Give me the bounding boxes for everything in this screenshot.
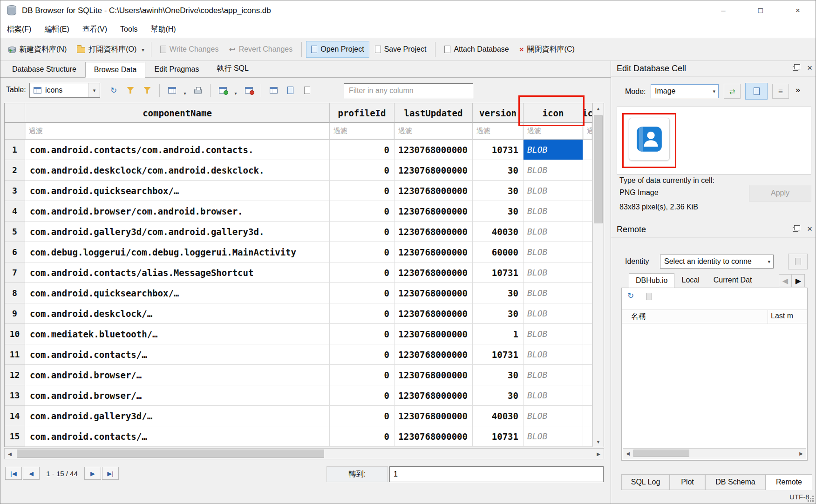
close-dock-icon[interactable]: ×	[807, 224, 812, 234]
column-header-partial[interactable]: ic	[583, 103, 592, 123]
cell-version[interactable]: 30	[473, 303, 524, 324]
resize-grip[interactable]	[808, 496, 814, 502]
cell-lastUpdated[interactable]: 1230768000000	[394, 242, 473, 262]
row-number[interactable]: 12	[5, 365, 25, 385]
remote-upload-icon[interactable]	[646, 293, 652, 300]
cell-version[interactable]: 30	[473, 181, 524, 201]
cell-icon-blob[interactable]: BLOB	[524, 385, 583, 406]
cell-componentName[interactable]: com.mediatek.bluetooth/…	[25, 324, 330, 344]
filter-profileId-input[interactable]: 過濾	[330, 123, 394, 140]
cell-version[interactable]: 30	[473, 365, 524, 385]
row-number[interactable]: 6	[5, 242, 25, 262]
cell-icon-blob[interactable]: BLOB	[524, 201, 583, 222]
column-header-version[interactable]: version	[473, 103, 524, 123]
column-divider[interactable]	[768, 310, 768, 324]
horizontal-scrollbar[interactable]: ◀ ▶	[4, 448, 604, 459]
save-table-button[interactable]	[165, 83, 179, 97]
cell-lastUpdated[interactable]: 1230768000000	[394, 160, 473, 181]
bottom-tab-remote[interactable]: Remote	[766, 474, 812, 490]
cell-icon-blob[interactable]: BLOB	[524, 365, 583, 385]
cell-componentName[interactable]: com.android.contacts/…	[25, 344, 330, 365]
cell-profileId[interactable]: 0	[330, 242, 394, 262]
cell-profileId[interactable]: 0	[330, 201, 394, 222]
cell-icon-blob[interactable]: BLOB	[524, 344, 583, 365]
open-database-dropdown-caret-icon[interactable]: ▾	[142, 42, 147, 57]
filter-componentName-input[interactable]: 過濾	[25, 123, 330, 140]
cell-version[interactable]: 30	[473, 283, 524, 303]
cell-lastUpdated[interactable]: 1230768000000	[394, 303, 473, 324]
mode-select[interactable]: Image ▾	[651, 84, 719, 98]
text-view-button[interactable]: ≡	[772, 84, 789, 99]
bottom-tab-plot[interactable]: Plot	[670, 474, 705, 490]
remote-scrollbar-thumb[interactable]	[633, 450, 689, 457]
cell-version[interactable]: 10731	[473, 262, 524, 283]
cell-profileId[interactable]: 0	[330, 365, 394, 385]
export-csv-button[interactable]	[266, 83, 280, 97]
save-filter-button[interactable]	[140, 83, 154, 97]
remote-tab-local[interactable]: Local	[674, 273, 706, 288]
remote-tab-dbhub[interactable]: DBHub.io	[629, 273, 674, 288]
save-project-button[interactable]: Save Project	[370, 41, 431, 57]
scroll-left-icon[interactable]: ◀	[5, 449, 15, 459]
cell-lastUpdated[interactable]: 1230768000000	[394, 365, 473, 385]
cell-componentName[interactable]: com.android.browser/…	[25, 365, 330, 385]
column-header-profileId[interactable]: profileId	[330, 103, 394, 123]
close-dock-icon[interactable]: ×	[807, 63, 812, 73]
cell-icon-blob[interactable]: BLOB	[524, 181, 583, 201]
cell-lastUpdated[interactable]: 1230768000000	[394, 406, 473, 426]
cell-partial[interactable]	[583, 385, 592, 406]
scroll-right-icon[interactable]: ▶	[593, 449, 604, 459]
cell-partial[interactable]	[583, 283, 592, 303]
remote-refresh-icon[interactable]: ↻	[627, 292, 634, 300]
image-view-button[interactable]	[745, 83, 768, 100]
cell-version[interactable]: 60000	[473, 242, 524, 262]
close-database-button[interactable]: × 關閉資料庫(C)	[515, 41, 579, 58]
menu-item-file[interactable]: 檔案(F)	[0, 22, 38, 37]
bottom-tab-db-schema[interactable]: DB Schema	[705, 474, 766, 490]
cell-partial[interactable]	[583, 160, 592, 181]
cell-profileId[interactable]: 0	[330, 385, 394, 406]
cell-componentName[interactable]: com.android.contacts/…	[25, 426, 330, 447]
cell-profileId[interactable]: 0	[330, 140, 394, 160]
cell-partial[interactable]	[583, 426, 592, 447]
row-number[interactable]: 13	[5, 385, 25, 406]
menu-item-help[interactable]: 幫助(H)	[144, 22, 182, 37]
cell-lastUpdated[interactable]: 1230768000000	[394, 283, 473, 303]
row-number[interactable]: 4	[5, 201, 25, 222]
insert-record-button[interactable]	[216, 83, 230, 97]
goto-row-input[interactable]	[389, 466, 604, 482]
row-number[interactable]: 3	[5, 181, 25, 201]
cell-componentName[interactable]: com.android.deskclock/…	[25, 303, 330, 324]
edit-cell-toggle-button[interactable]	[300, 83, 314, 97]
tab-browse-data[interactable]: Browse Data	[85, 62, 146, 78]
cell-profileId[interactable]: 0	[330, 181, 394, 201]
cell-profileId[interactable]: 0	[330, 160, 394, 181]
cell-partial[interactable]	[583, 406, 592, 426]
row-number[interactable]: 14	[5, 406, 25, 426]
cell-profileId[interactable]: 0	[330, 283, 394, 303]
delete-record-button[interactable]	[242, 83, 256, 97]
identity-select[interactable]: Select an identity to conne ▾	[660, 255, 774, 269]
float-dock-icon[interactable]	[793, 66, 798, 71]
cell-lastUpdated[interactable]: 1230768000000	[394, 181, 473, 201]
more-tools-chevrons-icon[interactable]: »	[796, 85, 800, 95]
cell-icon-blob[interactable]: BLOB	[524, 324, 583, 344]
scroll-left-icon[interactable]: ◀	[623, 449, 632, 458]
cell-icon-blob[interactable]: BLOB	[524, 426, 583, 447]
cell-componentName[interactable]: com.android.gallery3d/…	[25, 406, 330, 426]
remote-horizontal-scrollbar[interactable]: ◀ ▶	[623, 448, 806, 458]
row-number[interactable]: 11	[5, 344, 25, 365]
last-page-button[interactable]: ▶|	[102, 467, 119, 480]
cell-partial[interactable]	[583, 344, 592, 365]
previous-page-button[interactable]: ◀	[23, 467, 40, 480]
cell-version[interactable]: 30	[473, 160, 524, 181]
cell-profileId[interactable]: 0	[330, 324, 394, 344]
filter-any-column-input[interactable]	[344, 83, 473, 98]
cell-componentName[interactable]: com.android.browser/com.android.browser.	[25, 201, 330, 222]
cell-version[interactable]: 40030	[473, 406, 524, 426]
horizontal-scrollbar-thumb[interactable]	[17, 450, 324, 458]
menu-item-tools[interactable]: Tools	[114, 22, 144, 36]
next-page-button[interactable]: ▶	[84, 467, 101, 480]
cell-lastUpdated[interactable]: 1230768000000	[394, 324, 473, 344]
cell-partial[interactable]	[583, 181, 592, 201]
